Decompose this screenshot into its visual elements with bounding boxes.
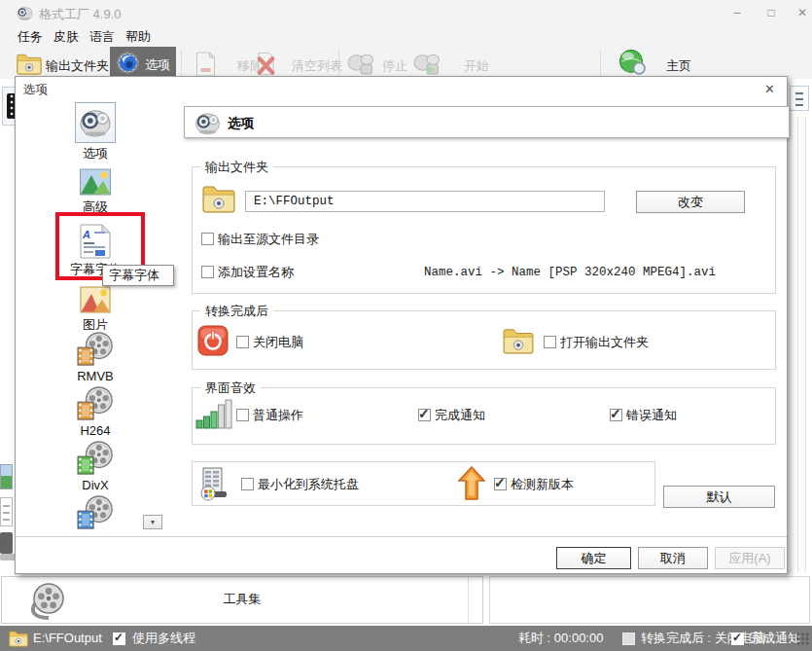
- output-to-source-label[interactable]: 输出至源文件目录: [218, 231, 319, 248]
- subtitle-font-tooltip: 字幕字体: [102, 265, 174, 286]
- normal-sound-checkbox[interactable]: [236, 409, 249, 421]
- film-reel-icon[interactable]: [74, 495, 117, 530]
- multithread-checkbox[interactable]: [113, 633, 125, 645]
- normal-sound-label[interactable]: 普通操作: [253, 407, 303, 424]
- update-arrow-icon: [458, 466, 485, 501]
- window-chrome: 格式工厂 4.9.0 – □ ✕ 任务 皮肤 语言 帮助 输出文件夹 选项 移除…: [0, 0, 812, 79]
- dialog-footer-separator: [16, 536, 787, 537]
- stop-icon: [346, 51, 375, 77]
- partial-dark-icon: [0, 532, 13, 554]
- film-reel-icon[interactable]: [74, 332, 117, 367]
- toolbar-options-button[interactable]: 选项: [110, 47, 176, 79]
- error-sound-checkbox[interactable]: [610, 409, 622, 421]
- dialog-header: 选项: [184, 106, 790, 138]
- menu-task[interactable]: 任务: [18, 28, 43, 46]
- minimize-tray-label[interactable]: 最小化到系统托盘: [258, 476, 359, 493]
- complete-sound-label[interactable]: 完成通知: [435, 407, 485, 424]
- toolbar-separator: [181, 50, 182, 76]
- open-output-checkbox[interactable]: [544, 336, 556, 348]
- sidebar-item-options[interactable]: [75, 102, 116, 143]
- panel-splitter[interactable]: [468, 577, 469, 623]
- toolbar-start-button[interactable]: 开始: [464, 57, 489, 75]
- remove-page-icon: [194, 52, 217, 77]
- resize-grip[interactable]: [796, 633, 809, 645]
- output-path-input[interactable]: [245, 191, 605, 212]
- statusbar-shutdown-label[interactable]: 转换完成后 : 关闭电脑: [641, 626, 765, 651]
- dialog-close-icon[interactable]: ✕: [764, 82, 775, 96]
- ff-logo-icon: [194, 110, 221, 136]
- sidebar-label-h264[interactable]: H264: [54, 423, 136, 438]
- elapsed-time: 耗时 : 00:00:00: [518, 626, 603, 651]
- change-path-button[interactable]: 改变: [636, 191, 745, 213]
- right-panel-edge: [797, 117, 806, 572]
- minimize-button[interactable]: –: [724, 4, 750, 21]
- append-name-label[interactable]: 添加设置名称: [218, 264, 294, 281]
- landscape-icon[interactable]: [80, 168, 111, 196]
- sidebar-label-divx[interactable]: DivX: [54, 478, 136, 492]
- sidebar-label-options[interactable]: 选项: [54, 145, 136, 163]
- options-gear-icon: [116, 51, 140, 75]
- maximize-button[interactable]: □: [759, 4, 784, 21]
- toolbar-stop-button[interactable]: 停止: [382, 57, 407, 75]
- picture-icon[interactable]: [80, 285, 111, 314]
- partial-notes-icon: [790, 86, 809, 111]
- film-reel-icon[interactable]: [74, 386, 117, 421]
- open-folder-icon: [503, 327, 534, 354]
- toolbar-output-folder-button[interactable]: 输出文件夹: [46, 57, 109, 75]
- toolset-label: 工具集: [2, 591, 482, 608]
- complete-sound-checkbox[interactable]: [418, 409, 431, 421]
- app-logo-icon: [17, 5, 33, 21]
- check-update-checkbox[interactable]: [494, 478, 507, 490]
- menu-help[interactable]: 帮助: [125, 28, 151, 46]
- apply-button[interactable]: 应用(A): [715, 547, 785, 569]
- toolbar-clear-list-button[interactable]: 清空列表: [292, 57, 342, 75]
- film-reel-icon[interactable]: [74, 441, 117, 476]
- menu-skin[interactable]: 皮肤: [53, 28, 79, 46]
- close-button[interactable]: ✕: [790, 4, 812, 21]
- check-update-label[interactable]: 检测新版本: [511, 476, 574, 493]
- statusbar-complete-checkbox[interactable]: [731, 633, 744, 645]
- format-factory-window: 格式工厂 4.9.0 – □ ✕ 任务 皮肤 语言 帮助 输出文件夹 选项 移除…: [0, 0, 812, 651]
- error-sound-label[interactable]: 错误通知: [626, 407, 677, 424]
- sound-bars-icon: [195, 398, 232, 429]
- toolset-panel[interactable]: 工具集: [1, 576, 483, 624]
- options-dialog: 选项 ✕ 选项 高级 字幕字体 字幕字体 图片 RMVB H264 DivX ▼…: [15, 76, 788, 574]
- output-folder-group-title: 输出文件夹: [200, 159, 273, 176]
- append-name-checkbox[interactable]: [201, 266, 214, 278]
- ok-button[interactable]: 确定: [556, 547, 631, 569]
- right-bottom-panel: [489, 576, 810, 624]
- rename-example: Name.avi -> Name [PSP 320x240 MPEG4].avi: [424, 266, 716, 279]
- shutdown-checkbox[interactable]: [236, 336, 249, 348]
- open-output-label[interactable]: 打开输出文件夹: [560, 334, 649, 351]
- cancel-button[interactable]: 取消: [638, 547, 708, 569]
- ff-logo-icon: [79, 106, 112, 139]
- menu-language[interactable]: 语言: [89, 28, 115, 46]
- after-convert-group-title: 转换完成后: [200, 303, 273, 320]
- partial-list-icon: [0, 497, 13, 526]
- statusbar-shutdown-checkbox[interactable]: [622, 633, 635, 645]
- shutdown-label[interactable]: 关闭电脑: [253, 334, 303, 351]
- toolbar-home-button[interactable]: 主页: [666, 57, 691, 75]
- system-tray-icon: [199, 466, 234, 501]
- partial-picture-icon: [0, 464, 13, 489]
- home-globe-icon: [618, 49, 647, 77]
- dialog-header-title: 选项: [228, 115, 254, 132]
- status-bar: E:\FFOutput 使用多线程 耗时 : 00:00:00 转换完成后 : …: [0, 626, 812, 651]
- statusbar-output-path[interactable]: E:\FFOutput: [33, 626, 102, 651]
- toolbar-options-label: 选项: [145, 56, 170, 74]
- minimize-tray-checkbox[interactable]: [241, 478, 254, 490]
- default-button[interactable]: 默认: [663, 486, 775, 508]
- statusbar-complete-label[interactable]: 完成通知: [750, 626, 800, 651]
- output-to-source-checkbox[interactable]: [201, 233, 214, 245]
- dialog-title: 选项: [23, 82, 48, 98]
- output-folder-icon: [17, 53, 42, 75]
- sidebar-label-rmvb[interactable]: RMVB: [54, 369, 136, 383]
- sound-group-title: 界面音效: [200, 380, 261, 397]
- window-title: 格式工厂 4.9.0: [39, 6, 122, 23]
- multithread-label[interactable]: 使用多线程: [132, 626, 195, 651]
- power-icon: [197, 324, 229, 357]
- toolbar-separator: [600, 50, 601, 76]
- statusbar-folder-icon: [9, 630, 28, 647]
- output-folder-icon: [202, 184, 235, 213]
- sidebar-more-button[interactable]: ▼: [143, 515, 162, 529]
